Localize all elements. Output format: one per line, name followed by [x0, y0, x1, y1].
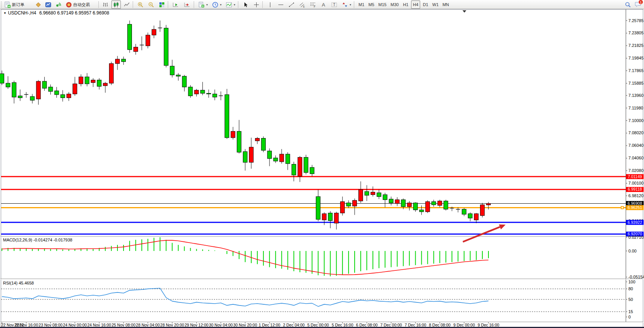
zoom-out-button[interactable] — [146, 0, 156, 9]
timeframe-button-w1[interactable]: W1 — [431, 0, 440, 9]
svg-text:100: 100 — [628, 280, 635, 284]
market-button[interactable] — [43, 0, 53, 9]
timeframe-label: D1 — [423, 2, 428, 7]
text-label-icon: T — [331, 2, 337, 8]
chart-shift-button[interactable] — [182, 0, 192, 9]
svg-text:8 Dec 08:00: 8 Dec 08:00 — [429, 323, 451, 327]
bar-chart-mode-button[interactable] — [101, 0, 110, 9]
svg-text:80: 80 — [628, 286, 633, 291]
cursor-tool-button[interactable] — [241, 0, 251, 9]
timeframe-label: M15 — [378, 2, 386, 7]
svg-text:5 Dec 00:00: 5 Dec 00:00 — [307, 323, 329, 327]
svg-text:7.06040: 7.06040 — [628, 143, 644, 148]
svg-text:7.01149: 7.01149 — [628, 174, 642, 179]
timeframe-button-mn[interactable]: MN — [441, 0, 451, 9]
candlestick-mode-button[interactable] — [111, 0, 121, 9]
tile-windows-icon — [159, 2, 165, 8]
toolbar-grip[interactable] — [1, 2, 2, 8]
svg-text:7.19845: 7.19845 — [628, 56, 644, 60]
timeframe-button-h4[interactable]: H4 — [411, 0, 420, 9]
vertical-line-icon — [267, 2, 273, 8]
gold-diamond-icon — [35, 2, 42, 8]
channel-tool-button[interactable]: E — [297, 0, 307, 9]
trading-platform-window: 新订单 自动交易 — [0, 0, 644, 328]
indicators-button[interactable]: ▾ — [224, 0, 237, 9]
svg-text:9 Dec 00:00: 9 Dec 00:00 — [453, 323, 475, 327]
fibonacci-icon: F — [310, 2, 316, 8]
horizontal-line-tool-button[interactable] — [276, 0, 286, 9]
text-tool-button[interactable]: A — [319, 0, 328, 9]
timeframe-button-m15[interactable]: M15 — [377, 0, 388, 9]
svg-text:22 Nov 16:00: 22 Nov 16:00 — [14, 323, 39, 327]
chevron-down-icon: ▾ — [234, 3, 235, 6]
text-label-tool-button[interactable]: T — [329, 0, 339, 9]
auto-scroll-button[interactable] — [171, 0, 180, 9]
signals-icon — [55, 2, 61, 8]
trendline-tool-button[interactable] — [287, 0, 296, 9]
fibonacci-tool-button[interactable]: F — [308, 0, 318, 9]
zoom-out-icon — [148, 2, 154, 8]
price-chart-canvas[interactable]: 7.257857.238057.218257.198457.178657.158… — [0, 0, 644, 328]
new-chart-button[interactable]: ▾ — [197, 0, 209, 9]
crosshair-tool-button[interactable] — [252, 0, 261, 9]
market-chart-icon — [45, 2, 51, 8]
svg-text:24 Nov 00:00: 24 Nov 00:00 — [63, 323, 87, 327]
toolbar-separator — [354, 1, 354, 8]
svg-text:0.00: 0.00 — [628, 249, 636, 253]
new-order-button[interactable]: 新订单 — [3, 0, 26, 9]
timeframe-button-m1[interactable]: M1 — [357, 0, 366, 9]
signals-button[interactable] — [53, 0, 63, 9]
zoom-in-button[interactable] — [136, 0, 145, 9]
timeframe-button-m30[interactable]: M30 — [389, 0, 400, 9]
new-chart-icon — [198, 2, 205, 8]
chevron-down-icon: ▾ — [206, 3, 208, 6]
timeframe-label: MN — [442, 2, 449, 7]
toolbar-separator — [194, 1, 194, 8]
search-icon — [625, 2, 631, 8]
timeframe-button-m5[interactable]: M5 — [367, 0, 376, 9]
vertical-line-tool-button[interactable] — [265, 0, 275, 9]
clock-icon — [212, 2, 218, 8]
svg-text:30 Nov 20:00: 30 Nov 20:00 — [233, 323, 257, 327]
line-chart-mode-button[interactable] — [122, 0, 132, 9]
timeframe-button-d1[interactable]: D1 — [421, 0, 430, 9]
svg-text:28 Nov 04:00: 28 Nov 04:00 — [136, 323, 160, 327]
svg-text:6.99118: 6.99118 — [628, 187, 642, 191]
timeframe-label: W1 — [432, 2, 439, 7]
auto-trading-button[interactable]: 自动交易 — [64, 0, 92, 9]
chevron-down-icon: ▾ — [350, 3, 351, 6]
search-button[interactable] — [623, 0, 633, 9]
notifications-button[interactable]: 1 — [633, 0, 643, 9]
svg-text:6.93922: 6.93922 — [628, 220, 642, 225]
svg-text:-0.051546: -0.051546 — [628, 275, 644, 279]
svg-text:6.96251: 6.96251 — [628, 205, 642, 210]
svg-text:7.25785: 7.25785 — [628, 18, 644, 23]
ohlc-bars-icon — [102, 2, 109, 8]
timeframe-label: M1 — [358, 2, 364, 7]
svg-text:7.02080: 7.02080 — [628, 168, 644, 173]
svg-text:7 Dec 00:00: 7 Dec 00:00 — [380, 323, 402, 327]
svg-text:7.00100: 7.00100 — [628, 181, 644, 185]
timeframe-button-h1[interactable]: H1 — [401, 0, 410, 9]
svg-text:1 Dec 12:00: 1 Dec 12:00 — [259, 323, 280, 327]
mql5-button[interactable] — [34, 0, 43, 9]
profiles-button[interactable]: ▾ — [210, 0, 223, 9]
tile-windows-button[interactable] — [157, 0, 167, 9]
svg-text:7 Dec 16:00: 7 Dec 16:00 — [405, 323, 426, 327]
svg-text:7.11980: 7.11980 — [628, 106, 643, 110]
indicators-icon — [226, 2, 232, 8]
text-icon: A — [320, 2, 327, 8]
equidistant-channel-icon: E — [299, 2, 305, 8]
auto-trading-label: 自动交易 — [73, 2, 90, 8]
horizontal-line-icon — [278, 2, 284, 8]
cursor-icon — [243, 2, 249, 8]
chevron-down-icon: ▾ — [220, 3, 222, 6]
svg-text:30 Nov 04:00: 30 Nov 04:00 — [209, 323, 233, 327]
svg-text:7.04060: 7.04060 — [628, 156, 644, 160]
chart-shift-icon — [184, 2, 190, 8]
svg-text:7.15885: 7.15885 — [628, 81, 644, 85]
svg-text:7.08020: 7.08020 — [628, 130, 644, 135]
auto-trading-icon — [66, 2, 72, 8]
arrows-tool-button[interactable]: ▾ — [340, 0, 353, 9]
svg-text:15: 15 — [628, 309, 633, 314]
